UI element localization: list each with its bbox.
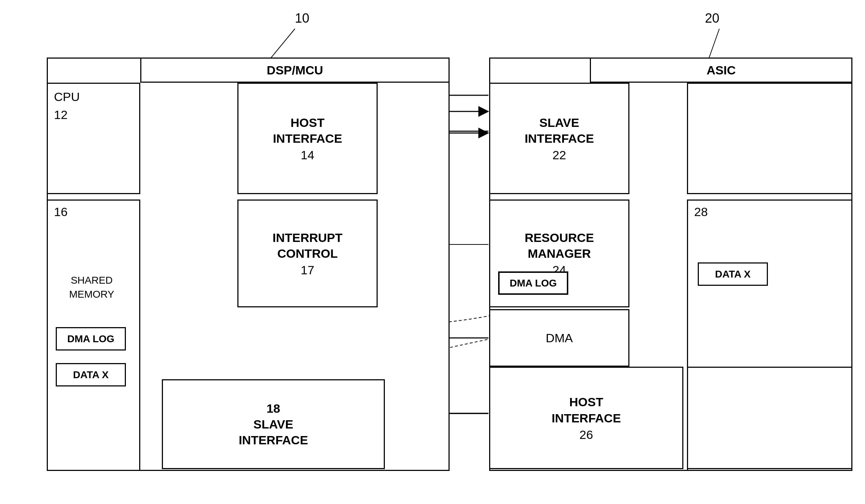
slave-18-box: 18SLAVEINTERFACE: [162, 379, 385, 469]
asic-top-right-box: [687, 83, 852, 194]
label-28: 28: [694, 205, 708, 219]
host-26-num: 26: [579, 428, 593, 442]
dma-area: DMA: [489, 309, 629, 367]
dma-log-left: DMA LOG: [56, 327, 126, 350]
interrupt-control-title: INTERRUPTCONTROL: [273, 230, 343, 261]
asic-header: ASIC: [590, 58, 852, 83]
shared-memory-label: SHARED MEMORY: [50, 273, 133, 301]
cpu-num: 12: [54, 108, 68, 122]
host-interface-num: 14: [301, 148, 314, 162]
host-26-box: HOSTINTERFACE 26: [489, 367, 683, 469]
label-20: 20: [705, 11, 719, 26]
host-interface-box: HOSTINTERFACE 14: [237, 83, 378, 194]
slave-22-box: SLAVEINTERFACE 22: [489, 83, 629, 194]
interrupt-control-box: INTERRUPTCONTROL 17: [237, 200, 378, 307]
asic-bottom-right: [687, 367, 852, 469]
svg-marker-3: [478, 106, 489, 117]
slave-22-title: SLAVEINTERFACE: [525, 115, 594, 146]
svg-marker-5: [478, 128, 489, 138]
host-26-title: HOSTINTERFACE: [552, 394, 621, 426]
label-10: 10: [295, 11, 309, 26]
dma-log-right: DMA LOG: [498, 271, 568, 295]
slave-18-title: 18SLAVEINTERFACE: [239, 400, 308, 448]
data-x-left: DATA X: [56, 363, 126, 386]
diagram-container: 10 20 Interrupt: [0, 0, 865, 504]
svg-line-0: [270, 29, 295, 59]
dsp-mcu-header: DSP/MCU: [140, 58, 450, 83]
slave-22-num: 22: [552, 148, 566, 162]
asic-title: ASIC: [706, 62, 736, 78]
data-x-right: DATA X: [698, 262, 768, 286]
label-16: 16: [54, 205, 68, 219]
interrupt-control-num: 17: [301, 263, 314, 277]
dsp-mcu-title: DSP/MCU: [267, 62, 323, 78]
resource-manager-title: RESOURCEMANAGER: [525, 230, 594, 261]
host-interface-title: HOSTINTERFACE: [273, 115, 342, 146]
svg-line-1: [709, 29, 719, 59]
cpu-label: CPU: [54, 90, 80, 104]
